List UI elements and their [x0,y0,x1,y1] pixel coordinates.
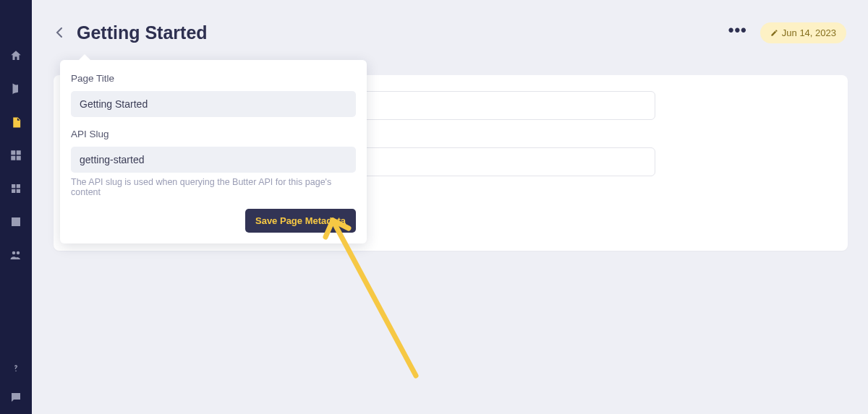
api-slug-label: API Slug [71,129,356,139]
sidebar-chat[interactable] [0,391,32,404]
page-title: Getting Started [77,22,208,43]
blocks-icon [9,182,22,195]
chat-icon [9,391,22,404]
pages-icon [10,116,22,129]
metadata-popover: Page Title API Slug The API slug is used… [60,60,367,243]
date-badge[interactable]: Jun 14, 2023 [760,22,846,43]
back-button[interactable] [54,27,65,38]
chevron-left-icon [56,27,63,38]
help-icon [10,361,22,376]
left-sidebar [0,0,32,414]
sidebar-item-components[interactable] [0,172,32,205]
more-menu-button[interactable]: ••• [728,21,747,44]
sidebar-item-collections[interactable] [0,139,32,172]
blog-icon [9,82,22,95]
api-slug-input[interactable] [71,147,356,173]
header-actions: ••• Jun 14, 2023 [728,21,846,44]
sidebar-item-pages[interactable] [0,105,32,139]
sidebar-bottom [0,361,32,404]
page-title-label: Page Title [71,73,356,84]
api-slug-helper: The API slug is used when querying the B… [71,177,356,197]
home-icon [9,49,22,62]
page-title-input[interactable] [71,91,356,117]
grid-icon [9,149,22,162]
sidebar-item-users[interactable] [0,238,32,272]
save-page-metadata-button[interactable]: Save Page Metadata [245,209,356,233]
sidebar-help[interactable] [0,361,32,376]
page-header: Getting Started ••• Jun 14, 2023 [32,0,868,65]
sidebar-item-home[interactable] [0,39,32,72]
sidebar-item-blog[interactable] [0,72,32,105]
sidebar-item-media[interactable] [0,205,32,238]
image-icon [9,215,22,228]
date-label: Jun 14, 2023 [782,27,836,38]
pencil-icon [770,29,778,37]
users-icon [9,249,22,262]
